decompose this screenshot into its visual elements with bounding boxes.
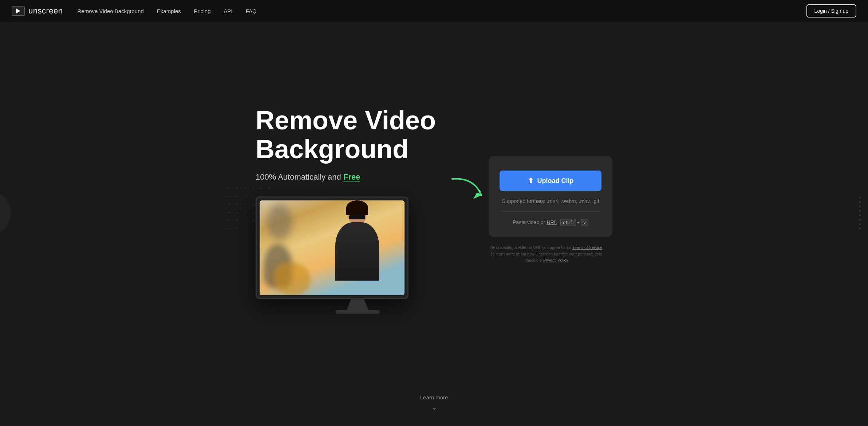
navbar: unscreen Remove Video Background Example…: [0, 0, 868, 22]
monitor-screen: [260, 200, 405, 295]
monitor-frame: [256, 196, 409, 299]
learn-more-text: Learn more: [0, 394, 868, 400]
hero-title: Remove Video Background: [256, 106, 459, 164]
smoke-decoration-3: [267, 204, 292, 241]
nav-pricing[interactable]: Pricing: [194, 8, 211, 14]
nav-examples[interactable]: Examples: [157, 8, 181, 14]
hero-left: Remove Video Background 100% Automatical…: [256, 106, 459, 314]
side-dot: [859, 215, 861, 216]
learn-more-section: Learn more ⌄: [0, 383, 868, 426]
url-link[interactable]: URL: [547, 219, 557, 225]
logo-text: unscreen: [28, 6, 63, 16]
smoke-decoration-2: [274, 262, 311, 295]
monitor-stand: [347, 299, 368, 310]
nav-api[interactable]: API: [224, 8, 233, 14]
hero-subtitle: 100% Automatically and Free: [256, 172, 459, 182]
free-badge: Free: [343, 172, 360, 181]
login-button[interactable]: Login / Sign up: [806, 4, 856, 17]
supported-formats-text: Supported formats: .mp4, .webm, .mov, .g…: [502, 198, 599, 204]
keyboard-shortcut: ctrl + v: [560, 219, 588, 226]
privacy-policy-link[interactable]: Privacy Policy: [543, 258, 568, 262]
side-dot: [859, 210, 861, 212]
terms-of-service-link[interactable]: Terms of Service: [572, 245, 602, 250]
person-head: [348, 204, 366, 224]
monitor-scene: [260, 200, 405, 295]
upload-button[interactable]: ⬆ Upload Clip: [500, 171, 601, 191]
side-dot: [859, 228, 861, 229]
hero-right: ⬆ Upload Clip Supported formats: .mp4, .…: [489, 156, 612, 264]
person-body: [335, 222, 379, 281]
side-dot: [859, 223, 861, 225]
person-hair: [346, 200, 368, 215]
logo-icon: [12, 6, 25, 16]
terms-text: By uploading a video or URL you agree to…: [489, 245, 605, 264]
hero-section: Remove Video Background 100% Automatical…: [179, 22, 689, 383]
nav-links: Remove Video Background Examples Pricing…: [78, 8, 806, 14]
paste-section: Paste video or URL ctrl + v: [500, 211, 601, 226]
learn-more-chevron[interactable]: ⌄: [0, 403, 868, 411]
person-sunglasses: [349, 215, 365, 219]
main-content: Remove Video Background 100% Automatical…: [0, 0, 868, 426]
monitor-mockup: [256, 196, 459, 314]
play-icon: [16, 8, 20, 13]
side-dot: [859, 206, 861, 207]
person-figure: [332, 204, 383, 295]
v-key: v: [581, 219, 588, 226]
upload-box: ⬆ Upload Clip Supported formats: .mp4, .…: [489, 156, 612, 237]
side-dot: [859, 219, 861, 220]
monitor-base: [336, 310, 379, 314]
side-dots-decoration: [859, 197, 861, 229]
side-dot: [859, 197, 861, 199]
side-dot: [859, 202, 861, 203]
upload-icon: ⬆: [528, 176, 534, 185]
nav-remove-bg[interactable]: Remove Video Background: [78, 8, 144, 14]
nav-faq[interactable]: FAQ: [246, 8, 257, 14]
ctrl-key: ctrl: [560, 219, 576, 226]
logo[interactable]: unscreen: [12, 6, 63, 16]
